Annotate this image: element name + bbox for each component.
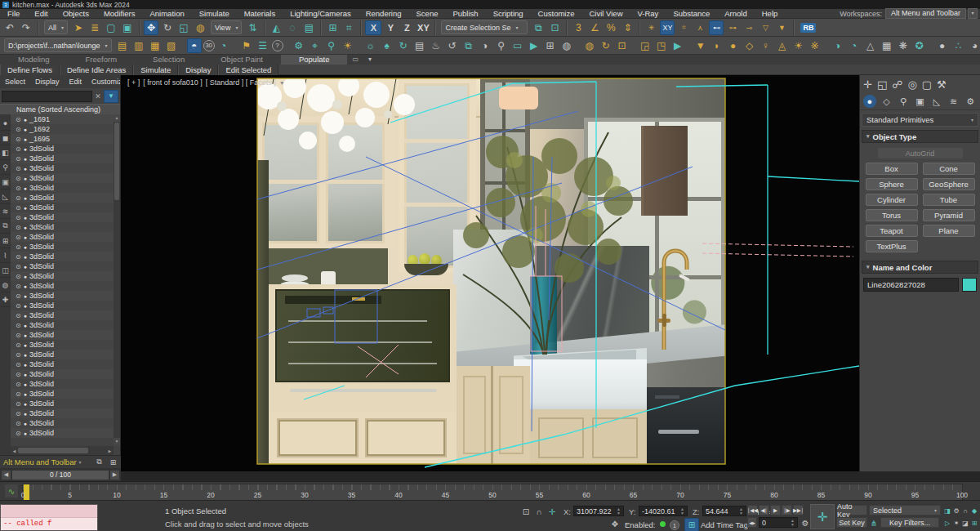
visibility-eye-icon[interactable]: ⊙ — [16, 410, 21, 417]
visibility-eye-icon[interactable]: ⊙ — [16, 420, 21, 427]
visibility-eye-icon[interactable]: ⊙ — [16, 381, 21, 388]
filter-plus-icon[interactable]: ✚ — [1, 292, 11, 307]
motion-paths-icon[interactable]: ◆ — [970, 505, 978, 517]
select-by-name-icon[interactable]: ≣ — [87, 20, 102, 35]
listener-icon[interactable]: ☰ — [256, 38, 270, 53]
frame-nudge-icon[interactable]: ◀▶ — [747, 517, 757, 528]
visibility-eye-icon[interactable]: ⊙ — [16, 312, 21, 319]
visibility-eye-icon[interactable]: ⊙ — [16, 136, 21, 143]
window-crossing-icon[interactable]: ▣ — [120, 20, 135, 35]
range-left-arrow[interactable]: ◀ — [2, 471, 11, 480]
selection-set-dropdown[interactable]: Selected▾ — [869, 505, 941, 515]
key-filters-button[interactable]: Key Filters... — [880, 517, 939, 528]
region-icon[interactable]: ▭ — [510, 38, 525, 53]
xy-plane-button[interactable]: XY — [416, 21, 430, 34]
camera-sequencer-icon[interactable]: ◳ — [654, 38, 669, 53]
list-item[interactable]: ⊙ ● 3dSolid — [11, 359, 114, 369]
material-sphere-icon[interactable]: ● — [935, 38, 950, 53]
refresh-icon[interactable]: ↻ — [396, 38, 411, 53]
menu-customize[interactable]: Customize — [531, 9, 582, 19]
percent-snap-icon[interactable]: % — [604, 20, 618, 35]
sun-icon[interactable]: ☀ — [341, 38, 355, 53]
vray-burst-icon[interactable]: ※ — [808, 38, 822, 53]
viewport-shading-menu[interactable]: [ Standard ] [ Facets ] — [206, 78, 276, 87]
display-tab[interactable]: ▢ — [922, 78, 932, 91]
modify-tab[interactable]: ◱ — [877, 78, 887, 91]
visibility-eye-icon[interactable]: ⊙ — [16, 165, 21, 172]
render-frame-window-icon[interactable]: ⊡ — [615, 38, 630, 53]
current-frame-field[interactable]: 0▲▼ — [759, 517, 798, 528]
filter-all-icon[interactable]: ● — [1, 116, 11, 131]
list-item[interactable]: ⊙ ● 3dSolid — [11, 261, 114, 271]
list-item[interactable]: ⊙ ● 3dSolid — [11, 418, 114, 428]
lock-keys-icon[interactable]: ∩ — [961, 505, 969, 517]
time-config-icon[interactable]: ◨ — [943, 505, 951, 517]
vray-hex-icon[interactable]: ◇ — [742, 38, 757, 53]
hierarchy-tab[interactable]: ☍ — [892, 78, 902, 91]
lights-category-icon[interactable]: ⚲ — [897, 95, 910, 108]
grid-b-icon[interactable]: ▦ — [880, 38, 894, 53]
object-color-swatch[interactable] — [962, 278, 977, 292]
visibility-eye-icon[interactable]: ⊙ — [16, 194, 21, 202]
turntable-icon[interactable]: ↺ — [445, 38, 460, 53]
explorer-filter-icon[interactable]: ▼ — [104, 90, 118, 103]
list-item[interactable]: ⊙ ● 3dSolid — [11, 222, 114, 232]
filter-bones-icon[interactable]: ⌇ — [1, 248, 11, 263]
display-button[interactable]: Display — [178, 65, 218, 75]
menu-simulate[interactable]: Simulate — [192, 9, 237, 19]
menu-publish[interactable]: Publish — [445, 9, 485, 19]
array-icon[interactable]: ◌ — [285, 20, 300, 35]
filter-spacewarps-icon[interactable]: ≋ — [1, 204, 11, 219]
x-coordinate-field[interactable]: 31007.922▲▼ — [573, 506, 624, 516]
z-coordinate-field[interactable]: 54.644▲▼ — [702, 506, 746, 516]
plane-button[interactable]: Plane — [923, 225, 975, 237]
visibility-eye-icon[interactable]: ⊙ — [16, 332, 21, 339]
cone-button[interactable]: Cone — [923, 163, 975, 175]
y-coordinate-field[interactable]: -14020.61▲▼ — [639, 506, 688, 516]
select-region-fill-icon[interactable]: ▼ — [774, 20, 789, 35]
visibility-eye-icon[interactable]: ⊙ — [16, 214, 21, 221]
redo-icon[interactable]: ↷ — [19, 20, 33, 35]
x-axis-button[interactable]: X — [365, 20, 381, 35]
menu-help[interactable]: Help — [755, 9, 786, 19]
autogrid-checkbox[interactable]: AutoGrid — [878, 148, 963, 158]
utilities-tab[interactable]: ⚒ — [937, 78, 947, 91]
tree-icon[interactable]: ♠ — [380, 38, 394, 53]
viewport-render[interactable] — [257, 78, 725, 464]
tab-selection[interactable]: Selection — [135, 55, 203, 65]
visibility-eye-icon[interactable]: ⊙ — [16, 243, 21, 251]
select-move-icon[interactable]: ✥ — [144, 20, 158, 35]
define-idle-areas-button[interactable]: Define Idle Areas — [60, 65, 133, 75]
menu-modifiers[interactable]: Modifiers — [96, 9, 143, 19]
vray-sun-icon[interactable]: ☀ — [791, 38, 806, 53]
list-item[interactable]: ⊙ ● 3dSolid — [11, 369, 114, 379]
filter-lights-icon[interactable]: ⚲ — [1, 160, 11, 175]
save-file-icon[interactable]: ▦ — [148, 38, 163, 53]
viewport-pov-menu[interactable]: [ front of sofa010 ] — [143, 78, 203, 87]
menu-civil-view[interactable]: Civil View — [581, 9, 630, 19]
list-item[interactable]: ⊙ ● 3dSolid — [11, 389, 114, 399]
tab-freeform[interactable]: Freeform — [68, 55, 136, 65]
workspace-toggle-icon[interactable]: ⊞ — [107, 457, 119, 467]
box-button[interactable]: Box — [866, 163, 918, 175]
filter-xrefs-icon[interactable]: ⊞ — [1, 234, 11, 248]
visibility-eye-icon[interactable]: ⊙ — [16, 371, 21, 378]
light-lister-icon[interactable]: ◲ — [638, 38, 653, 53]
list-item[interactable]: ⊙ ● _1695 — [11, 134, 114, 144]
y-axis-button[interactable]: Y — [383, 21, 398, 34]
import-file-icon[interactable]: ▤ — [115, 38, 130, 53]
visibility-eye-icon[interactable]: ⊙ — [16, 302, 21, 310]
visibility-eye-icon[interactable]: ⊙ — [16, 204, 21, 212]
list-item[interactable]: ⊙ ● 3dSolid — [11, 183, 114, 193]
menu-arnold[interactable]: Arnold — [717, 9, 754, 19]
pivot-surface-icon[interactable]: ⋏ — [693, 20, 707, 35]
project-path-dropdown[interactable]: D:\projects\f...nathan\lounge▾ — [4, 38, 112, 52]
visibility-eye-icon[interactable]: ⊙ — [16, 145, 21, 153]
tube-button[interactable]: Tube — [923, 194, 975, 206]
camera-path-icon[interactable]: ⌖ — [308, 38, 323, 53]
menu-lighting-cameras[interactable]: Lighting/Cameras — [283, 9, 358, 19]
key-selection-icon[interactable]: ⋔ — [869, 517, 879, 529]
hand-icon[interactable]: ❋ — [896, 38, 911, 53]
mirror-icon[interactable]: ◭ — [269, 20, 283, 35]
select-object-icon[interactable]: ➤ — [71, 20, 86, 35]
